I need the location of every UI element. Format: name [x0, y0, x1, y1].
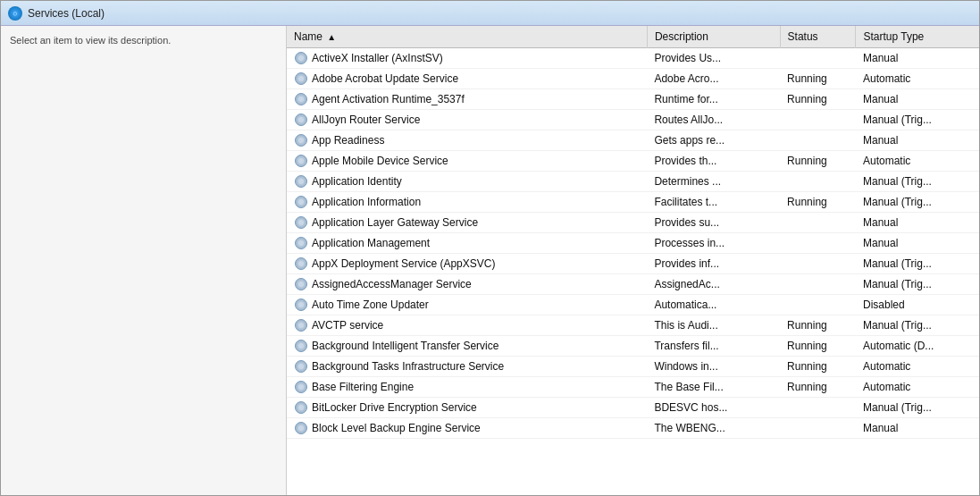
service-startup-type: Manual — [856, 418, 979, 439]
table-row[interactable]: Adobe Acrobat Update ServiceAdobe Acro..… — [287, 69, 979, 89]
left-panel-description: Select an item to view its description. — [10, 35, 171, 46]
table-row[interactable]: App ReadinessGets apps re...Manual — [287, 130, 979, 151]
service-name-cell: Base Filtering Engine — [287, 377, 647, 398]
service-startup-type: Manual (Trig... — [856, 254, 979, 274]
service-name-cell: Apple Mobile Device Service — [287, 151, 647, 172]
service-startup-type: Automatic — [856, 357, 979, 377]
service-name-label: Background Intelligent Transfer Service — [312, 340, 498, 352]
service-description: Provides inf... — [647, 254, 780, 274]
service-gear-icon — [294, 51, 308, 65]
service-startup-type: Automatic — [856, 151, 979, 172]
service-status — [780, 110, 856, 130]
service-gear-icon — [294, 195, 308, 209]
table-row[interactable]: Block Level Backup Engine ServiceThe WBE… — [287, 418, 979, 439]
column-header-description[interactable]: Description — [647, 26, 780, 48]
service-name-label: Adobe Acrobat Update Service — [312, 72, 458, 85]
service-status: Running — [780, 357, 856, 377]
service-name-cell: Block Level Backup Engine Service — [287, 418, 647, 439]
services-list-panel[interactable]: Name ▲ Description Status Startup Type — [287, 26, 979, 495]
title-bar: ○ Services (Local) — [1, 1, 979, 26]
service-startup-type: Automatic — [856, 377, 979, 398]
table-row[interactable]: BitLocker Drive Encryption ServiceBDESVC… — [287, 398, 979, 418]
service-status: Running — [780, 192, 856, 213]
service-description: Processes in... — [647, 233, 780, 254]
service-gear-icon — [294, 215, 308, 230]
table-row[interactable]: AssignedAccessManager ServiceAssignedAc.… — [287, 274, 979, 295]
window-title: Services (Local) — [28, 7, 105, 20]
service-startup-type: Manual — [856, 89, 979, 110]
table-row[interactable]: Application InformationFacilitates t...R… — [287, 192, 979, 213]
service-description: Runtime for... — [647, 89, 780, 110]
service-description: Provides su... — [647, 213, 780, 233]
service-startup-type: Manual (Trig... — [856, 110, 979, 130]
table-row[interactable]: AVCTP serviceThis is Audi...RunningManua… — [287, 315, 979, 336]
table-row[interactable]: AllJoyn Router ServiceRoutes AllJo...Man… — [287, 110, 979, 130]
service-gear-icon — [294, 277, 308, 291]
service-name-label: Background Tasks Infrastructure Service — [312, 360, 504, 373]
table-row[interactable]: ActiveX Installer (AxInstSV)Provides Us.… — [287, 48, 979, 69]
table-row[interactable]: Base Filtering EngineThe Base Fil...Runn… — [287, 377, 979, 398]
table-row[interactable]: Auto Time Zone UpdaterAutomatica...Disab… — [287, 295, 979, 315]
service-description: Determines ... — [647, 172, 780, 192]
column-header-name[interactable]: Name ▲ — [287, 26, 647, 48]
service-status — [780, 295, 856, 315]
service-status: Running — [780, 377, 856, 398]
service-name-label: Application Layer Gateway Service — [312, 216, 478, 229]
service-gear-icon — [294, 174, 308, 189]
service-status: Running — [780, 315, 856, 336]
column-header-status[interactable]: Status — [780, 26, 856, 48]
table-row[interactable]: Application ManagementProcesses in...Man… — [287, 233, 979, 254]
table-row[interactable]: Application Layer Gateway ServiceProvide… — [287, 213, 979, 233]
table-row[interactable]: AppX Deployment Service (AppXSVC)Provide… — [287, 254, 979, 274]
service-gear-icon — [294, 133, 308, 147]
service-gear-icon — [294, 71, 308, 86]
service-name-label: AppX Deployment Service (AppXSVC) — [312, 257, 495, 270]
service-name-label: AVCTP service — [312, 319, 383, 332]
service-name-label: Base Filtering Engine — [312, 381, 414, 393]
service-name-label: BitLocker Drive Encryption Service — [312, 401, 477, 414]
service-status — [780, 48, 856, 69]
table-row[interactable]: Background Intelligent Transfer ServiceT… — [287, 336, 979, 357]
service-description: Provides Us... — [647, 48, 780, 69]
service-name-label: ActiveX Installer (AxInstSV) — [312, 52, 443, 64]
service-description: Automatica... — [647, 295, 780, 315]
service-description: Provides th... — [647, 151, 780, 172]
column-header-startup-type[interactable]: Startup Type — [856, 26, 979, 48]
service-name-label: AllJoyn Router Service — [312, 113, 420, 126]
service-status: Running — [780, 89, 856, 110]
service-name-cell: ActiveX Installer (AxInstSV) — [287, 48, 647, 69]
service-startup-type: Manual — [856, 130, 979, 151]
service-gear-icon — [294, 421, 308, 435]
service-name-label: Agent Activation Runtime_3537f — [312, 93, 465, 105]
service-name-cell: App Readiness — [287, 130, 647, 151]
service-gear-icon — [294, 92, 308, 106]
service-name-label: AssignedAccessManager Service — [312, 278, 472, 290]
service-name-label: Block Level Backup Engine Service — [312, 422, 481, 434]
service-startup-type: Manual (Trig... — [856, 274, 979, 295]
service-gear-icon — [294, 318, 308, 332]
service-status — [780, 274, 856, 295]
service-name-cell: Application Management — [287, 233, 647, 254]
service-startup-type: Manual (Trig... — [856, 192, 979, 213]
service-name-cell: Adobe Acrobat Update Service — [287, 69, 647, 89]
service-gear-icon — [294, 113, 308, 127]
services-table: Name ▲ Description Status Startup Type — [287, 26, 979, 439]
service-gear-icon — [294, 359, 308, 374]
service-description: Routes AllJo... — [647, 110, 780, 130]
service-status: Running — [780, 69, 856, 89]
service-gear-icon — [294, 298, 308, 312]
table-row[interactable]: Apple Mobile Device ServiceProvides th..… — [287, 151, 979, 172]
service-name-cell: Agent Activation Runtime_3537f — [287, 89, 647, 110]
service-description: The Base Fil... — [647, 377, 780, 398]
service-startup-type: Manual (Trig... — [856, 398, 979, 418]
service-gear-icon — [294, 154, 308, 168]
table-row[interactable]: Application IdentityDetermines ...Manual… — [287, 172, 979, 192]
table-row[interactable]: Agent Activation Runtime_3537fRuntime fo… — [287, 89, 979, 110]
service-startup-type: Manual (Trig... — [856, 172, 979, 192]
service-status — [780, 418, 856, 439]
sort-arrow-icon: ▲ — [327, 32, 336, 42]
service-name-cell: Application Information — [287, 192, 647, 213]
service-name-cell: Background Tasks Infrastructure Service — [287, 357, 647, 377]
table-row[interactable]: Background Tasks Infrastructure ServiceW… — [287, 357, 979, 377]
service-status — [780, 233, 856, 254]
